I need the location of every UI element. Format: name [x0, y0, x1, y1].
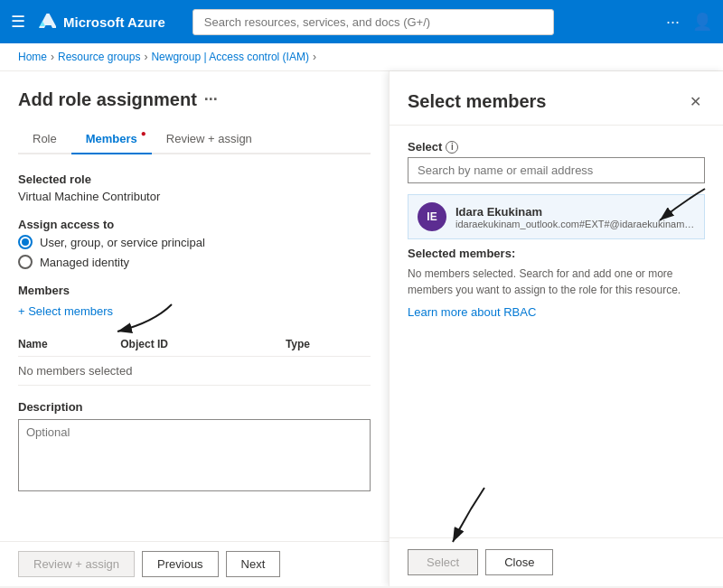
page-title-more[interactable]: ···	[204, 90, 218, 109]
close-icon: ✕	[690, 93, 701, 110]
breadcrumb-resource-groups[interactable]: Resource groups	[58, 51, 140, 63]
col-type: Type	[286, 332, 371, 357]
panel-footer-wrapper: Select Close	[390, 537, 723, 586]
tab-review[interactable]: Review + assign	[152, 125, 267, 154]
radio-managed-identity[interactable]: Managed identity	[18, 255, 371, 269]
selected-members-desc: No members selected. Search for and add …	[408, 266, 705, 298]
col-objectid: Object ID	[120, 332, 286, 357]
breadcrumb-iam[interactable]: Newgroup | Access control (IAM)	[151, 51, 309, 63]
app-title: Microsoft Azure	[63, 14, 165, 30]
select-info-icon[interactable]: i	[446, 141, 458, 154]
col-name: Name	[18, 332, 120, 357]
azure-logo: Microsoft Azure	[34, 11, 165, 33]
panel-header: Select members ✕	[390, 71, 723, 126]
panel-select-button[interactable]: Select	[408, 549, 478, 575]
tab-role[interactable]: Role	[18, 125, 71, 154]
no-members-text: No members selected	[18, 357, 371, 386]
selected-members-section: Selected members: No members selected. S…	[408, 247, 705, 319]
panel-close-button[interactable]: ✕	[686, 89, 705, 114]
members-label: Members	[18, 284, 371, 297]
selected-role-label: Selected role	[18, 173, 371, 186]
hamburger-icon[interactable]: ☰	[11, 12, 25, 32]
panel-footer: Select Close	[390, 537, 723, 586]
topbar-right: ··· 👤	[666, 12, 712, 32]
description-textarea[interactable]	[18, 419, 371, 491]
left-action-bar: Review + assign Previous Next	[0, 541, 389, 586]
selected-members-label: Selected members:	[408, 247, 705, 260]
member-result-item[interactable]: IE Idara Ekukinam idaraekukinam_outlook.…	[408, 194, 705, 239]
main-container: Add role assignment ··· Role Members ● R…	[0, 71, 723, 586]
member-search-input[interactable]	[408, 157, 705, 183]
right-panel: Select members ✕ Select i	[389, 71, 723, 586]
radio-managed-identity-label: Managed identity	[40, 256, 129, 269]
select-label-row: Select i	[408, 140, 705, 154]
breadcrumb: Home › Resource groups › Newgroup | Acce…	[0, 43, 723, 71]
tab-bar: Role Members ● Review + assign	[18, 125, 371, 154]
select-members-link[interactable]: + Select members	[18, 304, 113, 318]
panel-content: Select i IE	[390, 126, 723, 537]
previous-button[interactable]: Previous	[142, 551, 219, 577]
next-button[interactable]: Next	[226, 551, 281, 577]
search-container	[408, 157, 705, 194]
radio-user-group-circle[interactable]	[18, 235, 33, 249]
member-avatar: IE	[418, 202, 446, 231]
global-search[interactable]	[192, 9, 554, 35]
review-assign-button[interactable]: Review + assign	[18, 551, 135, 577]
selected-role-value: Virtual Machine Contributor	[18, 190, 371, 203]
left-panel: Add role assignment ··· Role Members ● R…	[0, 71, 389, 586]
page-title-area: Add role assignment ···	[18, 89, 371, 110]
member-email: idaraekukinam_outlook.com#EXT#@idaraekuk…	[455, 219, 695, 229]
select-label-text: Select	[408, 140, 442, 154]
panel-title: Select members	[408, 91, 546, 112]
page-title: Add role assignment	[18, 89, 197, 110]
rbac-link[interactable]: Learn more about RBAC	[408, 305, 536, 319]
global-search-input[interactable]	[192, 9, 554, 35]
tab-members-dot: ●	[141, 128, 146, 138]
user-icon[interactable]: 👤	[692, 12, 712, 32]
assign-access-label: Assign access to	[18, 218, 371, 231]
radio-user-group[interactable]: User, group, or service principal	[18, 235, 371, 249]
tab-members[interactable]: Members ●	[71, 125, 152, 154]
table-row-empty: No members selected	[18, 357, 371, 386]
topbar: ☰ Microsoft Azure ··· 👤	[0, 0, 723, 43]
panel-close-footer-button[interactable]: Close	[485, 549, 553, 575]
radio-managed-identity-circle[interactable]	[18, 255, 33, 269]
more-options-icon[interactable]: ···	[666, 13, 680, 32]
member-name: Idara Ekukinam	[455, 205, 695, 219]
member-info: Idara Ekukinam idaraekukinam_outlook.com…	[455, 205, 695, 229]
description-label: Description	[18, 400, 371, 414]
members-table: Name Object ID Type No members selected	[18, 332, 371, 386]
radio-user-group-label: User, group, or service principal	[40, 236, 205, 249]
breadcrumb-home[interactable]: Home	[18, 51, 47, 63]
radio-group: User, group, or service principal Manage…	[18, 235, 371, 269]
